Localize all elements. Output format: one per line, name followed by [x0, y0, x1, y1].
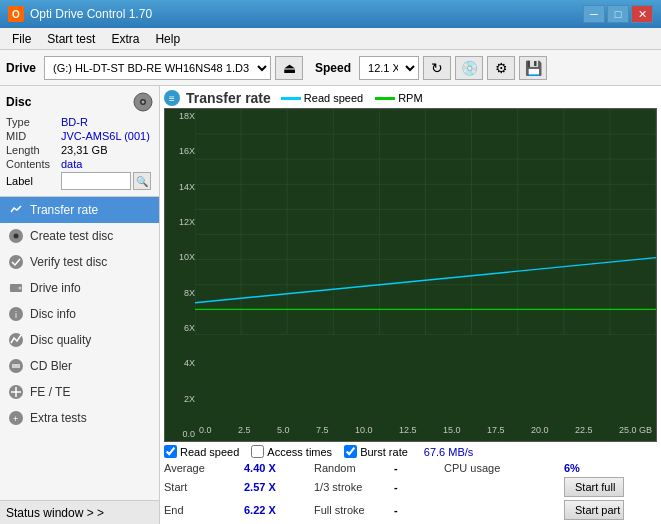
nav-verify-test-disc[interactable]: Verify test disc	[0, 249, 159, 275]
speed-label: Speed	[315, 61, 351, 75]
full-stroke-label: Full stroke	[314, 504, 394, 516]
average-value: 4.40 X	[244, 462, 314, 474]
y-label-2: 14X	[167, 182, 195, 192]
disc-panel-title: Disc	[6, 95, 31, 109]
y-label-5: 8X	[167, 288, 195, 298]
y-label-8: 2X	[167, 394, 195, 404]
status-window-label: Status window > >	[6, 506, 104, 520]
svg-rect-13	[12, 364, 20, 368]
menu-extra[interactable]: Extra	[103, 30, 147, 48]
read-speed-check[interactable]	[164, 445, 177, 458]
svg-text:i: i	[15, 310, 17, 320]
access-times-checkbox[interactable]: Access times	[251, 445, 332, 458]
disc-info-icon: i	[8, 306, 24, 322]
disc-type-label: Type	[6, 116, 61, 128]
nav-fe-te-label: FE / TE	[30, 385, 70, 399]
minimize-button[interactable]: ─	[583, 5, 605, 23]
drive-select[interactable]: (G:) HL-DT-ST BD-RE WH16NS48 1.D3	[44, 56, 271, 80]
cpu-usage-value: 6%	[564, 462, 624, 474]
main-content: Disc Type BD-R MID JVC-AMS6L (001) Lengt…	[0, 86, 661, 524]
disc-label-button[interactable]: 🔍	[133, 172, 151, 190]
chart-svg	[195, 109, 656, 335]
stats-table: Average 4.40 X Random - CPU usage 6% Sta…	[164, 462, 657, 520]
nav-cd-bler-label: CD Bler	[30, 359, 72, 373]
nav-disc-info[interactable]: i Disc info	[0, 301, 159, 327]
save-button[interactable]: 💾	[519, 56, 547, 80]
chart-checkboxes: Read speed Access times Burst rate 67.6 …	[164, 445, 657, 458]
cpu-usage-label: CPU usage	[444, 462, 564, 474]
y-axis: 18X 16X 14X 12X 10X 8X 6X 4X 2X 0.0	[165, 109, 195, 441]
nav-disc-quality[interactable]: Disc quality	[0, 327, 159, 353]
close-button[interactable]: ✕	[631, 5, 653, 23]
cd-bler-icon	[8, 358, 24, 374]
x-label-0: 0.0	[199, 425, 212, 441]
start-part-button[interactable]: Start part	[564, 500, 624, 520]
speed-select[interactable]: 12.1 X	[359, 56, 419, 80]
disc-icon	[133, 92, 153, 112]
disc-mid-row: MID JVC-AMS6L (001)	[6, 130, 153, 142]
x-label-7: 17.5	[487, 425, 505, 441]
transfer-rate-icon	[8, 202, 24, 218]
disc-mid-value: JVC-AMS6L (001)	[61, 130, 150, 142]
nav-drive-info[interactable]: Drive info	[0, 275, 159, 301]
drive-info-icon	[8, 280, 24, 296]
disc-contents-row: Contents data	[6, 158, 153, 170]
end-value: 6.22 X	[244, 504, 314, 516]
x-label-6: 15.0	[443, 425, 461, 441]
chart-legend: Read speed RPM	[281, 92, 423, 104]
app-icon: O	[8, 6, 24, 22]
start-full-button[interactable]: Start full	[564, 477, 624, 497]
disc-label-label: Label	[6, 175, 61, 187]
nav-create-test-disc-label: Create test disc	[30, 229, 113, 243]
y-label-6: 6X	[167, 323, 195, 333]
nav-transfer-rate-label: Transfer rate	[30, 203, 98, 217]
menu-start-test[interactable]: Start test	[39, 30, 103, 48]
burst-rate-check[interactable]	[344, 445, 357, 458]
disc-length-value: 23,31 GB	[61, 144, 107, 156]
y-label-7: 4X	[167, 358, 195, 368]
full-stroke-value: -	[394, 504, 444, 516]
legend-read-speed-label: Read speed	[304, 92, 363, 104]
nav-transfer-rate[interactable]: Transfer rate	[0, 197, 159, 223]
nav-create-test-disc[interactable]: Create test disc	[0, 223, 159, 249]
window-controls: ─ □ ✕	[583, 5, 653, 23]
nav-drive-info-label: Drive info	[30, 281, 81, 295]
legend-rpm-color	[375, 97, 395, 100]
title-bar: O Opti Drive Control 1.70 ─ □ ✕	[0, 0, 661, 28]
disc-label-input[interactable]	[61, 172, 131, 190]
create-test-disc-icon	[8, 228, 24, 244]
nav-extra-tests[interactable]: + Extra tests	[0, 405, 159, 431]
disc-type-value: BD-R	[61, 116, 88, 128]
chart-container: 18X 16X 14X 12X 10X 8X 6X 4X 2X 0.0	[164, 108, 657, 442]
menu-help[interactable]: Help	[147, 30, 188, 48]
disc-mid-label: MID	[6, 130, 61, 142]
access-times-check[interactable]	[251, 445, 264, 458]
nav-menu: Transfer rate Create test disc Verify te…	[0, 197, 159, 500]
y-label-9: 0.0	[167, 429, 195, 439]
nav-cd-bler[interactable]: CD Bler	[0, 353, 159, 379]
disc-contents-value: data	[61, 158, 82, 170]
burst-rate-value: 67.6 MB/s	[424, 446, 474, 458]
read-speed-checkbox[interactable]: Read speed	[164, 445, 239, 458]
x-label-8: 20.0	[531, 425, 549, 441]
eject-button[interactable]: ⏏	[275, 56, 303, 80]
svg-point-5	[14, 234, 19, 239]
nav-fe-te[interactable]: FE / TE	[0, 379, 159, 405]
disc-length-row: Length 23,31 GB	[6, 144, 153, 156]
legend-read-speed-color	[281, 97, 301, 100]
maximize-button[interactable]: □	[607, 5, 629, 23]
x-label-3: 7.5	[316, 425, 329, 441]
disc-quality-icon	[8, 332, 24, 348]
extra-tests-icon: +	[8, 410, 24, 426]
burst-rate-checkbox-label: Burst rate	[360, 446, 408, 458]
start-label: Start	[164, 481, 244, 493]
burst-rate-checkbox[interactable]: Burst rate	[344, 445, 408, 458]
menu-file[interactable]: File	[4, 30, 39, 48]
chart-title-bar: ≡ Transfer rate Read speed RPM	[164, 90, 657, 106]
end-label: End	[164, 504, 244, 516]
status-window-bar[interactable]: Status window > >	[0, 500, 159, 524]
access-times-checkbox-label: Access times	[267, 446, 332, 458]
disc-button[interactable]: 💿	[455, 56, 483, 80]
refresh-button[interactable]: ↻	[423, 56, 451, 80]
settings-button[interactable]: ⚙	[487, 56, 515, 80]
